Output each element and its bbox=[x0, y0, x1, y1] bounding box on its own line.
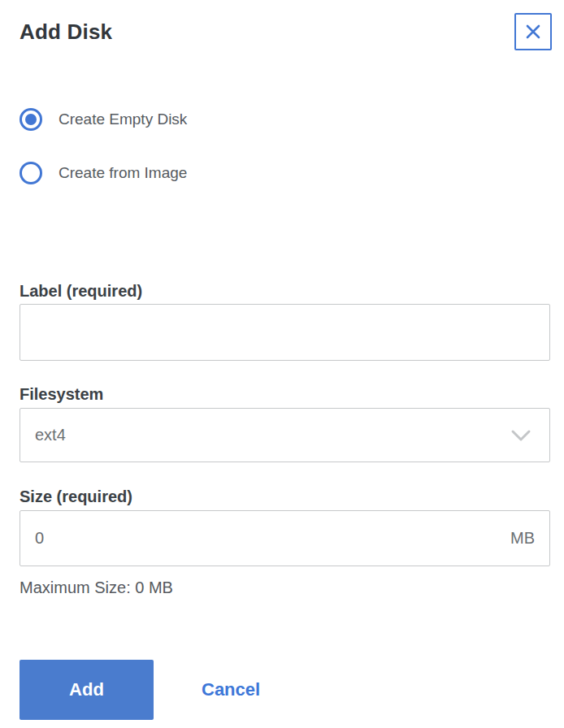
radio-selected-icon bbox=[20, 108, 42, 131]
filesystem-select[interactable]: ext4 bbox=[20, 408, 550, 462]
label-field: Label (required) bbox=[20, 281, 552, 361]
size-unit-label: MB bbox=[510, 529, 535, 548]
radio-create-from-image[interactable]: Create from Image bbox=[20, 162, 552, 184]
radio-label: Create from Image bbox=[59, 164, 187, 182]
add-disk-dialog: Add Disk Create Empty Disk Create from I… bbox=[0, 0, 564, 728]
cancel-button[interactable]: Cancel bbox=[202, 679, 260, 700]
max-size-hint: Maximum Size: 0 MB bbox=[20, 578, 552, 596]
size-field-label: Size (required) bbox=[20, 487, 552, 506]
filesystem-field: Filesystem ext4 bbox=[20, 384, 552, 462]
radio-create-empty-disk[interactable]: Create Empty Disk bbox=[20, 108, 552, 131]
filesystem-selected-value: ext4 bbox=[35, 426, 66, 444]
dialog-actions: Add Cancel bbox=[20, 660, 552, 720]
add-button[interactable]: Add bbox=[20, 660, 154, 720]
disk-source-radio-group: Create Empty Disk Create from Image bbox=[20, 108, 552, 184]
size-field: Size (required) MB Maximum Size: 0 MB bbox=[20, 487, 552, 596]
close-icon bbox=[523, 21, 544, 42]
size-input[interactable] bbox=[35, 529, 510, 548]
radio-label: Create Empty Disk bbox=[59, 110, 187, 128]
close-button[interactable] bbox=[514, 13, 552, 50]
dialog-title: Add Disk bbox=[20, 18, 552, 46]
label-field-label: Label (required) bbox=[20, 281, 552, 301]
radio-unselected-icon bbox=[20, 162, 42, 184]
filesystem-field-label: Filesystem bbox=[20, 384, 552, 404]
label-input[interactable] bbox=[20, 304, 550, 361]
chevron-down-icon bbox=[510, 429, 531, 442]
size-input-wrapper: MB bbox=[20, 510, 550, 566]
